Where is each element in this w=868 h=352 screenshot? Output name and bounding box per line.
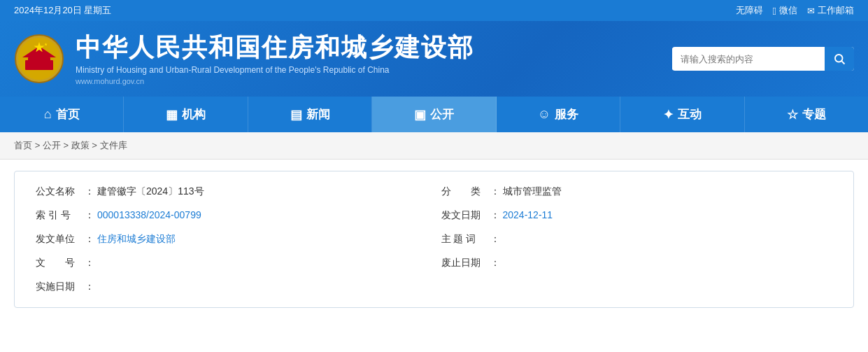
label-shishi: 实施日期 bbox=[36, 281, 85, 293]
breadcrumb-sep3: > bbox=[92, 140, 99, 150]
field-suoyin: 索 引 号 ： 000013338/2024-00799 bbox=[36, 209, 427, 222]
svg-line-9 bbox=[841, 61, 844, 64]
service-icon: ☺ bbox=[538, 107, 550, 122]
value-gongwen: 建管徽字〔2024〕113号 bbox=[97, 185, 204, 198]
header-search bbox=[672, 47, 854, 71]
nav-item-interact[interactable]: ✦ 互动 bbox=[620, 97, 744, 132]
nav-item-home[interactable]: ⌂ 首页 bbox=[0, 97, 124, 132]
breadcrumb-current: 文件库 bbox=[100, 140, 127, 150]
breadcrumb-policy[interactable]: 政策 bbox=[71, 140, 90, 150]
nav-label-service: 服务 bbox=[555, 106, 578, 122]
label-suoyin: 索 引 号 bbox=[36, 209, 85, 222]
nav-label-news: 新闻 bbox=[306, 106, 330, 122]
open-icon: ▣ bbox=[414, 107, 426, 122]
document-card: 公文名称 ： 建管徽字〔2024〕113号 索 引 号 ： 000013338/… bbox=[14, 171, 854, 308]
svg-point-8 bbox=[835, 55, 843, 62]
email-icon: ✉ bbox=[807, 6, 815, 16]
wechat-link[interactable]:  微信 bbox=[773, 4, 797, 17]
label-fawen-riqi: 发文日期 bbox=[441, 209, 490, 222]
wechat-icon:  bbox=[773, 5, 776, 17]
breadcrumb-home[interactable]: 首页 bbox=[14, 140, 32, 150]
header-title-cn: 中华人民共和国住房和城乡建设部 bbox=[76, 32, 474, 62]
doc-columns: 公文名称 ： 建管徽字〔2024〕113号 索 引 号 ： 000013338/… bbox=[36, 185, 832, 293]
label-fawen: 发文单位 bbox=[36, 233, 85, 246]
breadcrumb-sep2: > bbox=[63, 140, 71, 150]
nav-item-open[interactable]: ▣ 公开 bbox=[372, 97, 496, 132]
breadcrumb: 首页 > 公开 > 政策 > 文件库 bbox=[0, 132, 868, 160]
org-icon: ▦ bbox=[166, 107, 178, 122]
accessibility-link[interactable]: 无障碍 bbox=[736, 4, 763, 17]
field-fawen-riqi: 发文日期 ： 2024-12-11 bbox=[441, 209, 833, 222]
top-bar-right: 无障碍  微信 ✉ 工作邮箱 bbox=[736, 4, 854, 17]
field-feizhi-riqi: 废止日期 ： bbox=[441, 257, 833, 269]
search-button[interactable] bbox=[825, 47, 854, 71]
nav-item-news[interactable]: ▤ 新闻 bbox=[248, 97, 372, 132]
nav-label-special: 专题 bbox=[802, 106, 826, 122]
label-zhuti: 主 题 词 bbox=[441, 233, 490, 246]
nav-label-org: 机构 bbox=[182, 106, 206, 122]
header-left: 中华人民共和国住房和城乡建设部 Ministry of Housing and … bbox=[14, 32, 474, 85]
special-icon: ☆ bbox=[787, 107, 798, 122]
content-area: 公文名称 ： 建管徽字〔2024〕113号 索 引 号 ： 000013338/… bbox=[0, 160, 868, 319]
field-zhuti-ci: 主 题 词 ： bbox=[441, 233, 833, 246]
national-emblem bbox=[14, 34, 64, 84]
value-fawen-riqi: 2024-12-11 bbox=[503, 209, 553, 220]
label-wenhao: 文 号 bbox=[36, 257, 85, 269]
header-title-block: 中华人民共和国住房和城乡建设部 Ministry of Housing and … bbox=[76, 32, 474, 85]
field-wenhao: 文 号 ： bbox=[36, 257, 427, 269]
field-fenlei: 分 类 ： 城市管理监管 bbox=[441, 185, 833, 198]
nav-label-open: 公开 bbox=[430, 106, 454, 122]
doc-col-right: 分 类 ： 城市管理监管 发文日期 ： 2024-12-11 主 题 词 ： 废… bbox=[427, 185, 833, 293]
header-title-en: Ministry of Housing and Urban-Rural Deve… bbox=[76, 65, 474, 75]
field-gongwen-name: 公文名称 ： 建管徽字〔2024〕113号 bbox=[36, 185, 427, 198]
nav-label-home: 首页 bbox=[56, 106, 80, 122]
top-bar: 2024年12月20日 星期五 无障碍  微信 ✉ 工作邮箱 bbox=[0, 0, 868, 21]
field-shishi-riqi: 实施日期 ： bbox=[36, 281, 427, 293]
breadcrumb-sep1: > bbox=[35, 140, 43, 150]
nav-item-special[interactable]: ☆ 专题 bbox=[745, 97, 868, 132]
label-gongwen: 公文名称 bbox=[36, 185, 85, 198]
value-fenlei: 城市管理监管 bbox=[503, 185, 562, 198]
breadcrumb-open[interactable]: 公开 bbox=[43, 140, 61, 150]
label-feizhi: 废止日期 bbox=[441, 257, 490, 269]
doc-col-left: 公文名称 ： 建管徽字〔2024〕113号 索 引 号 ： 000013338/… bbox=[36, 185, 427, 293]
search-input[interactable] bbox=[672, 48, 825, 70]
date-display: 2024年12月20日 星期五 bbox=[14, 4, 111, 17]
nav-item-service[interactable]: ☺ 服务 bbox=[497, 97, 620, 132]
header-url: www.mohurd.gov.cn bbox=[76, 77, 474, 85]
header: 中华人民共和国住房和城乡建设部 Ministry of Housing and … bbox=[0, 21, 868, 97]
nav-item-org[interactable]: ▦ 机构 bbox=[124, 97, 248, 132]
news-icon: ▤ bbox=[290, 107, 302, 122]
field-fawen-danwei: 发文单位 ： 住房和城乡建设部 bbox=[36, 233, 427, 246]
value-suoyin: 000013338/2024-00799 bbox=[97, 209, 201, 220]
svg-rect-2 bbox=[25, 60, 53, 70]
navigation: ⌂ 首页 ▦ 机构 ▤ 新闻 ▣ 公开 ☺ 服务 ✦ 互动 ☆ 专题 bbox=[0, 97, 868, 132]
value-fawen: 住房和城乡建设部 bbox=[97, 233, 176, 246]
search-icon bbox=[833, 52, 846, 65]
label-fenlei: 分 类 bbox=[441, 185, 490, 198]
nav-label-interact: 互动 bbox=[678, 106, 702, 122]
interact-icon: ✦ bbox=[663, 107, 674, 122]
email-link[interactable]: ✉ 工作邮箱 bbox=[807, 4, 854, 17]
home-icon: ⌂ bbox=[44, 107, 52, 122]
search-box bbox=[672, 47, 854, 71]
